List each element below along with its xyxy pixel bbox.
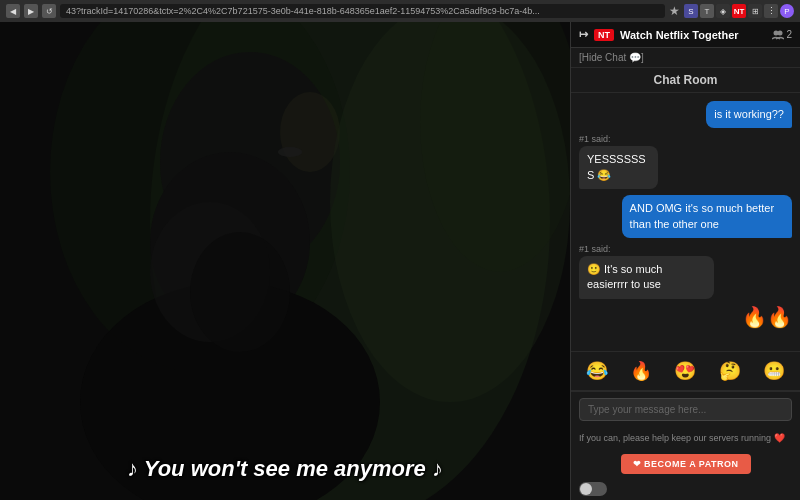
nav-buttons[interactable]: ◀ ▶ ↺ xyxy=(6,4,56,18)
message-4-wrapper: #1 said: 🙂 It's so much easierrrr to use xyxy=(579,244,747,299)
message-1: is it working?? xyxy=(706,101,792,128)
patreon-button[interactable]: ❤ BECOME A PATRON xyxy=(621,454,751,474)
nt-badge: NT xyxy=(594,29,614,41)
chat-header: ↦ NT Watch Netflix Together 2 xyxy=(571,22,800,48)
message-2: YESSSSSSS 😂 xyxy=(579,146,658,189)
ext-icon-2[interactable]: T xyxy=(700,4,714,18)
chat-panel: ↦ NT Watch Netflix Together 2 [Hide Chat… xyxy=(570,22,800,500)
emoji-heart-eyes[interactable]: 😍 xyxy=(671,358,699,384)
back-button[interactable]: ◀ xyxy=(6,4,20,18)
svg-point-7 xyxy=(280,92,340,172)
bottom-info: If you can, please help keep our servers… xyxy=(571,427,800,450)
message-input[interactable] xyxy=(579,398,792,421)
emoji-fire[interactable]: 🔥 xyxy=(627,358,655,384)
patreon-button-wrapper: ❤ BECOME A PATRON xyxy=(571,450,800,478)
extension-icons: S T ◈ NT ⊞ ⋮ P xyxy=(684,4,794,18)
users-count: 2 xyxy=(772,29,792,40)
message-input-area xyxy=(571,391,800,427)
settings-toggle[interactable] xyxy=(579,482,607,496)
emoji-grimace[interactable]: 😬 xyxy=(760,358,788,384)
svg-point-8 xyxy=(278,147,302,157)
video-area: ♪ You won't see me anymore ♪ xyxy=(0,22,570,500)
ext-icon-3[interactable]: ◈ xyxy=(716,4,730,18)
refresh-button[interactable]: ↺ xyxy=(42,4,56,18)
star-icon[interactable]: ★ xyxy=(669,4,680,18)
emoji-bar: 😂 🔥 😍 🤔 😬 xyxy=(571,351,800,391)
svg-point-10 xyxy=(190,232,290,352)
arrow-icon: ↦ xyxy=(579,28,588,41)
hide-chat-label[interactable]: [Hide Chat 💬] xyxy=(579,52,644,63)
hide-chat-bar[interactable]: [Hide Chat 💬] xyxy=(571,48,800,68)
toggle-knob xyxy=(580,483,592,495)
forward-button[interactable]: ▶ xyxy=(24,4,38,18)
video-background xyxy=(0,22,570,500)
menu-icon[interactable]: ⋮ xyxy=(764,4,778,18)
message-2-wrapper: #1 said: YESSSSSSS 😂 xyxy=(579,134,678,189)
users-icon xyxy=(772,30,784,40)
browser-bar: ◀ ▶ ↺ 43?trackId=14170286&tctx=2%2C4%2C7… xyxy=(0,0,800,22)
bottom-toggle-area xyxy=(571,478,800,500)
main-content: ♪ You won't see me anymore ♪ ↦ NT Watch … xyxy=(0,22,800,500)
url-bar[interactable]: 43?trackId=14170286&tctx=2%2C4%2C7b72157… xyxy=(60,4,665,18)
emoji-thinking[interactable]: 🤔 xyxy=(716,358,744,384)
video-silhouette xyxy=(0,22,570,500)
ext-icon-4[interactable]: ⊞ xyxy=(748,4,762,18)
subtitle-text: ♪ You won't see me anymore ♪ xyxy=(0,456,570,482)
message-2-sender: #1 said: xyxy=(579,134,678,144)
profile-icon[interactable]: P xyxy=(780,4,794,18)
chat-title: Watch Netflix Together xyxy=(620,29,766,41)
svg-point-14 xyxy=(778,30,783,35)
emoji-laugh[interactable]: 😂 xyxy=(583,358,611,384)
message-4: 🙂 It's so much easierrrr to use xyxy=(579,256,714,299)
message-4-sender: #1 said: xyxy=(579,244,747,254)
message-3: AND OMG it's so much better than the oth… xyxy=(622,195,792,238)
messages-area: is it working?? #1 said: YESSSSSSS 😂 AND… xyxy=(571,93,800,351)
message-5-emoji: 🔥🔥 xyxy=(742,305,792,329)
ext-icon-nt[interactable]: NT xyxy=(732,4,746,18)
ext-icon-1[interactable]: S xyxy=(684,4,698,18)
chat-room-label: Chat Room xyxy=(571,68,800,93)
